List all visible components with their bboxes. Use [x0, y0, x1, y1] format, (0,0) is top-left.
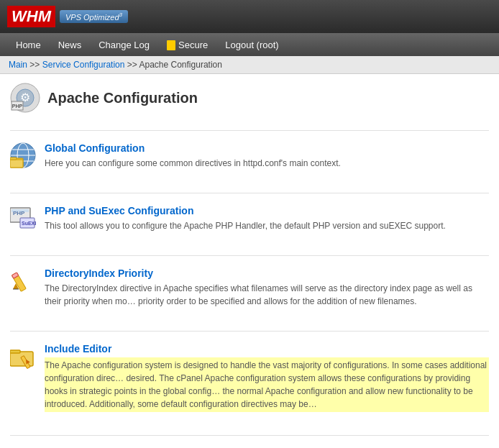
nav-logout[interactable]: Logout (root)	[216, 35, 287, 55]
page-title: Apache Configuration	[47, 90, 198, 106]
php-suexec-desc: This tool allows you to configure the Ap…	[45, 219, 489, 232]
nav-news[interactable]: News	[50, 35, 91, 55]
navbar: Home News Change Log Secure Logout (root…	[0, 33, 499, 56]
global-config-icon	[10, 142, 36, 168]
include-editor-icon	[10, 343, 36, 369]
global-config-link[interactable]: Global Configuration	[45, 142, 489, 154]
php-icon: PHP SuEXEC	[10, 205, 36, 231]
svg-rect-23	[10, 350, 20, 353]
breadcrumb-main[interactable]: Main	[9, 60, 27, 70]
directory-index-desc: The DirectoryIndex directive in Apache s…	[45, 282, 489, 308]
include-editor-link[interactable]: Include Editor	[45, 343, 489, 355]
nav-secure[interactable]: Secure	[158, 35, 216, 55]
main-content: ⚙ PHP Apache Configuration G	[0, 74, 499, 448]
php-suexec-link[interactable]: PHP and SuExec Configuration	[45, 205, 489, 216]
divider-4	[10, 435, 489, 436]
section-include-editor: Include Editor The Apache configuration …	[10, 343, 489, 421]
directory-index-icon	[10, 268, 36, 293]
breadcrumb: Main >> Service Configuration >> Apache …	[0, 56, 499, 74]
breadcrumb-service-config[interactable]: Service Configuration	[42, 60, 125, 70]
app-header: WHM VPS Optimized3	[0, 0, 499, 33]
vps-badge: VPS Optimized3	[60, 10, 128, 23]
svg-rect-11	[10, 160, 23, 168]
title-divider	[10, 130, 489, 131]
svg-text:PHP: PHP	[12, 104, 23, 109]
section-global-configuration: Global Configuration Here you can config…	[10, 142, 489, 178]
section-php-suexec: PHP SuEXEC PHP and SuExec Configuration …	[10, 205, 489, 241]
global-config-desc: Here you can configure some common direc…	[45, 157, 489, 170]
include-editor-desc: The Apache configuration system is desig…	[45, 357, 489, 412]
svg-text:PHP: PHP	[13, 210, 25, 216]
apache-title-icon: ⚙ PHP	[10, 83, 40, 113]
page-title-area: ⚙ PHP Apache Configuration	[10, 83, 489, 119]
lock-icon	[167, 40, 175, 50]
svg-text:SuEXEC: SuEXEC	[22, 221, 36, 226]
nav-change-log[interactable]: Change Log	[90, 35, 158, 55]
breadcrumb-current: Apache Configuration	[139, 60, 221, 70]
divider-1	[10, 193, 489, 193]
divider-3	[10, 331, 489, 332]
divider-2	[10, 255, 489, 256]
directory-index-link[interactable]: DirectoryIndex Priority	[45, 268, 489, 279]
svg-rect-12	[10, 157, 17, 160]
nav-home[interactable]: Home	[7, 35, 50, 55]
section-directory-index: DirectoryIndex Priority The DirectoryInd…	[10, 268, 489, 316]
whm-logo: WHM	[7, 6, 55, 27]
